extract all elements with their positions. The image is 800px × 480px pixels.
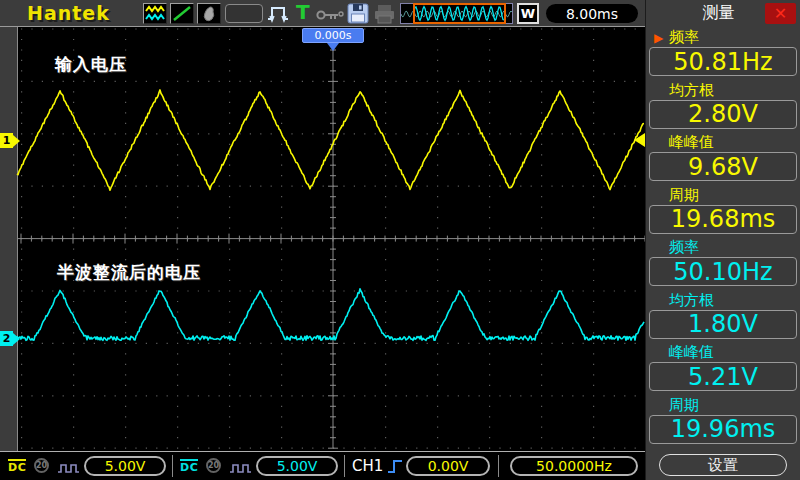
measure-panel-title: 测量 [646,3,765,24]
measurement-label: 周期 [669,396,699,415]
trigger-level-arrow[interactable] [634,133,645,147]
divider [344,455,345,477]
close-icon[interactable]: ✕ [765,3,796,24]
key-lock-icon [316,7,344,26]
ch2-scale-readout[interactable]: 5.00V [256,456,338,476]
zoom-window-rect[interactable] [413,3,506,24]
measurement-item[interactable]: ▶ 均方根 1.80V [646,291,800,344]
measurement-label-row: ▶ 周期 [646,186,800,205]
measurement-item[interactable]: ▶ 均方根 2.80V [646,81,800,134]
trigger-frequency-readout[interactable]: 50.0000Hz [510,456,638,476]
measurement-value: 50.81Hz [649,47,797,76]
rising-edge-icon[interactable] [387,457,404,480]
divider [172,455,173,477]
timebase-readout[interactable]: 8.00ms [546,4,638,23]
measurement-label: 均方根 [669,291,714,310]
measurement-label-row: ▶ 峰峰值 [646,343,800,362]
trigger-status-t: T [296,0,310,24]
measurement-label-row: ▶ 峰峰值 [646,133,800,152]
measure-panel: 测量 ✕ ▶ 频率 50.81Hz ▶ 均方根 2.80V ▶ 峰峰值 9.68… [645,0,800,480]
measurement-label-row: ▶ 频率 [646,28,800,47]
measurement-value: 19.96ms [649,415,797,444]
brand-logo: Hantek [27,2,110,24]
measurement-label: 均方根 [669,81,714,100]
trigger-source-label[interactable]: CH1 [352,457,383,475]
measurement-item[interactable]: ▶ 周期 19.68ms [646,186,800,239]
measurement-item[interactable]: ▶ 峰峰值 5.21V [646,343,800,396]
measurement-value: 9.68V [649,152,797,181]
measurement-label-row: ▶ 周期 [646,396,800,415]
time-offset-pointer [327,43,339,51]
hand-icon[interactable] [197,3,221,24]
print-icon[interactable] [373,4,396,28]
ch1-scale-readout[interactable]: 5.00V [84,456,166,476]
status-bar: DC 20 5.00V DC 20 5.00V CH1 0.00V 50.000… [0,451,645,480]
cursor-line-glyph [172,5,192,22]
measurement-item[interactable]: ▶ 周期 19.96ms [646,396,800,449]
measurement-list: ▶ 频率 50.81Hz ▶ 均方根 2.80V ▶ 峰峰值 9.68V ▶ 周… [646,28,800,448]
trigger-level-readout[interactable]: 0.00V [406,456,490,476]
measurement-value: 19.68ms [649,205,797,234]
measurement-label: 频率 [669,238,699,257]
measure-settings-button[interactable]: 设置 [659,454,787,476]
save-icon[interactable] [347,3,370,28]
empty-slot [225,4,263,23]
ch1-ground-marker[interactable]: 1 [0,133,13,148]
ch1-coupling-icon[interactable]: DC [8,459,26,473]
measurement-label-row: ▶ 均方根 [646,81,800,100]
measurement-item[interactable]: ▶ 峰峰值 9.68V [646,133,800,186]
divider [498,455,499,477]
time-offset-marker[interactable]: 0.000s [302,28,364,43]
measurement-label: 周期 [669,186,699,205]
pulse-trigger-icon [266,4,294,28]
measurement-item[interactable]: ▶ 频率 50.81Hz [646,28,800,81]
measurement-item[interactable]: ▶ 频率 50.10Hz [646,238,800,291]
ch2-attenuation-icon[interactable]: 20 [206,458,221,473]
ch1-attenuation-icon[interactable]: 20 [34,458,49,473]
selected-arrow-icon: ▶ [646,31,669,45]
ch2-bandwidth-icon[interactable] [229,460,252,479]
waveform-layer [0,27,645,452]
top-toolbar: Hantek T [0,0,645,27]
channels-icon-glyph [145,5,165,22]
measurement-label: 峰峰值 [669,343,714,362]
window-mode-icon[interactable]: W [517,3,539,24]
measurement-label-row: ▶ 均方根 [646,291,800,310]
hand-icon-glyph [199,5,219,22]
ch1-annotation: 输入电压 [55,53,127,76]
measurement-label-row: ▶ 频率 [646,238,800,257]
measure-panel-header: 测量 ✕ [646,0,800,27]
measurement-label: 频率 [669,28,699,47]
record-waveform-bar[interactable] [400,3,513,24]
ch2-ground-marker[interactable]: 2 [0,331,13,346]
ch2-annotation: 半波整流后的电压 [57,261,201,284]
cursor-line-icon[interactable] [170,3,194,24]
measurement-value: 5.21V [649,362,797,391]
ch2-coupling-icon[interactable]: DC [180,459,198,473]
measurement-value: 1.80V [649,310,797,339]
waveform-screen: 输入电压 半波整流后的电压 1 2 0.000s [0,27,645,452]
measurement-value: 50.10Hz [649,257,797,286]
measurement-value: 2.80V [649,100,797,129]
measurement-label: 峰峰值 [669,133,714,152]
ch1-bandwidth-icon[interactable] [57,460,80,479]
channels-icon[interactable] [143,3,167,24]
